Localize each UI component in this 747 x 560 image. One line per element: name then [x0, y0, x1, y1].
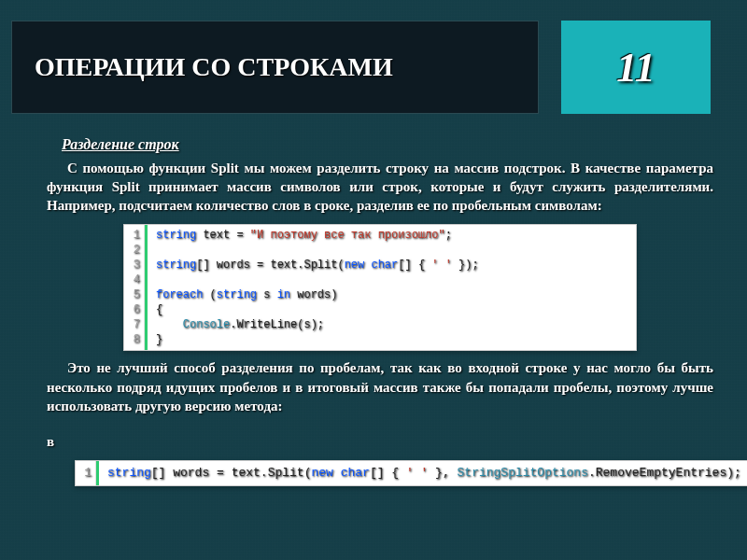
code-accent-bar	[96, 461, 99, 485]
code-block-1: 1 2 3 4 5 6 7 8 string text = "И поэтому…	[123, 224, 637, 351]
slide: ОПЕРАЦИИ СО СТРОКАМИ 11 Разделение строк…	[0, 0, 747, 560]
body-text: Разделение строк С помощью функции Split…	[11, 134, 736, 486]
header-row: ОПЕРАЦИИ СО СТРОКАМИ 11	[11, 21, 736, 114]
paragraph-3-fragment: в	[47, 432, 713, 451]
slide-title: ОПЕРАЦИИ СО СТРОКАМИ	[35, 53, 393, 82]
paragraph-2: Это не лучший способ разделения по пробе…	[47, 358, 713, 415]
code-block-2: 1 string[] words = text.Split(new char[]…	[75, 460, 747, 486]
code-gutter: 1	[76, 461, 96, 485]
slide-title-panel: ОПЕРАЦИИ СО СТРОКАМИ	[11, 21, 539, 114]
page-number: 11	[616, 44, 655, 91]
code-gutter: 1 2 3 4 5 6 7 8	[124, 225, 145, 350]
page-number-panel: 11	[561, 21, 711, 114]
section-subtitle: Разделение строк	[47, 134, 713, 155]
paragraph-1: С помощью функции Split мы можем раздели…	[47, 159, 713, 216]
code-body: string[] words = text.Split(new char[] {…	[76, 461, 747, 485]
code-accent-bar	[145, 225, 148, 350]
code-body: string text = "И поэтому все так произош…	[124, 225, 636, 350]
